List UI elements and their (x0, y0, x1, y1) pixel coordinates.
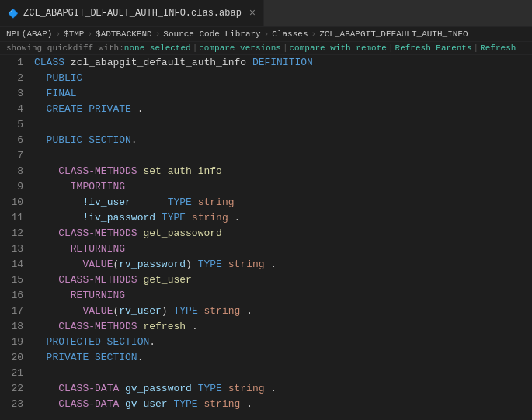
breadcrumb-adtbackend[interactable]: $ADTBACKEND (96, 30, 152, 39)
breadcrumb-class-name[interactable]: ZCL_ABAPGIT_DEFAULT_AUTH_INFO (319, 30, 468, 39)
link-none-selected[interactable]: none selected (124, 43, 191, 53)
code-line-13: RETURNING (34, 241, 526, 257)
ln-8: 8 (5, 164, 23, 179)
info-prefix: showing quickdiff with: (6, 43, 124, 53)
breadcrumb-npl[interactable]: NPL(ABAP) (6, 30, 52, 39)
ln-16: 16 (5, 288, 23, 304)
ln-23: 23 (5, 397, 23, 412)
info-sep-3: | (388, 43, 394, 53)
breadcrumb-tmp[interactable]: $TMP (64, 30, 84, 39)
ln-22: 22 (5, 381, 23, 397)
link-compare-versions[interactable]: compare versions (199, 43, 281, 53)
ln-13: 13 (5, 241, 23, 257)
breadcrumb-sep-4: › (264, 30, 269, 39)
breadcrumb-classes[interactable]: Classes (272, 30, 308, 39)
editor: 1 2 3 4 5 6 7 8 9 10 11 12 13 14 15 16 1… (0, 55, 532, 414)
ln-19: 19 (5, 335, 23, 350)
ln-6: 6 (5, 133, 23, 148)
ln-24: 24 (5, 412, 23, 414)
tab-close-button[interactable]: × (249, 7, 256, 19)
breadcrumb-sep-5: › (311, 30, 317, 39)
link-compare-remote[interactable]: compare with remote (290, 43, 387, 53)
code-line-17: VALUE(rv_user) TYPE string . (34, 304, 526, 319)
ln-4: 4 (5, 102, 23, 117)
breadcrumb: NPL(ABAP) › $TMP › $ADTBACKEND › Source … (0, 27, 532, 42)
info-sep-1: | (193, 43, 198, 53)
info-sep-2: | (283, 43, 288, 53)
ln-20: 20 (5, 350, 23, 366)
code-line-9: IMPORTING (34, 179, 526, 195)
code-line-2: PUBLIC (34, 71, 526, 86)
ln-18: 18 (5, 319, 23, 335)
breadcrumb-sep-1: › (55, 30, 61, 39)
ln-12: 12 (5, 226, 23, 241)
code-line-20: PRIVATE SECTION. (34, 350, 526, 366)
ln-11: 11 (5, 210, 23, 226)
ln-15: 15 (5, 272, 23, 288)
link-refresh[interactable]: Refresh (480, 43, 516, 53)
code-line-12: CLASS-METHODS get_passoword (34, 226, 526, 241)
ln-3: 3 (5, 86, 23, 102)
code-editor[interactable]: CLASS zcl_abapgit_default_auth_info DEFI… (30, 55, 532, 414)
code-line-5 (34, 117, 526, 133)
info-bar: showing quickdiff with: none selected | … (0, 42, 532, 55)
code-line-4: CREATE PRIVATE . (34, 102, 526, 117)
breadcrumb-sep-2: › (87, 30, 92, 39)
code-line-10: !iv_user TYPE string (34, 195, 526, 210)
ln-7: 7 (5, 148, 23, 164)
code-line-22: CLASS-DATA gv_password TYPE string . (34, 381, 526, 397)
ln-14: 14 (5, 257, 23, 272)
code-line-23: CLASS-DATA gv_user TYPE string . (34, 397, 526, 412)
ln-10: 10 (5, 195, 23, 210)
code-line-1: CLASS zcl_abapgit_default_auth_info DEFI… (34, 55, 526, 71)
code-line-21 (34, 366, 526, 381)
ln-21: 21 (5, 366, 23, 381)
code-line-8: CLASS-METHODS set_auth_info (34, 164, 526, 179)
tab-bar: 🔷 ZCL_ABAPGIT_DEFAULT_AUTH_INFO.clas.aba… (0, 0, 532, 27)
tab-item-active[interactable]: 🔷 ZCL_ABAPGIT_DEFAULT_AUTH_INFO.clas.aba… (0, 0, 264, 26)
code-line-7 (34, 148, 526, 164)
code-line-16: RETURNING (34, 288, 526, 304)
code-line-19: PROTECTED SECTION. (34, 335, 526, 350)
ln-1: 1 (5, 55, 23, 71)
breadcrumb-sep-3: › (155, 30, 161, 39)
ln-17: 17 (5, 304, 23, 319)
info-sep-4: | (474, 43, 479, 53)
link-refresh-parents[interactable]: Refresh Parents (395, 43, 472, 53)
tab-label: ZCL_ABAPGIT_DEFAULT_AUTH_INFO.clas.abap (23, 8, 242, 19)
ln-9: 9 (5, 179, 23, 195)
code-line-11: !iv_password TYPE string . (34, 210, 526, 226)
code-line-18: CLASS-METHODS refresh . (34, 319, 526, 335)
ln-5: 5 (5, 117, 23, 133)
code-line-24: ENDCLASS. (34, 412, 526, 414)
ln-2: 2 (5, 71, 23, 86)
line-numbers: 1 2 3 4 5 6 7 8 9 10 11 12 13 14 15 16 1… (0, 55, 30, 414)
breadcrumb-source-code-library[interactable]: Source Code Library (163, 30, 260, 39)
code-line-6: PUBLIC SECTION. (34, 133, 526, 148)
code-line-3: FINAL (34, 86, 526, 102)
tab-file-icon: 🔷 (8, 9, 19, 19)
code-line-14: VALUE(rv_password) TYPE string . (34, 257, 526, 272)
code-line-15: CLASS-METHODS get_user (34, 272, 526, 288)
